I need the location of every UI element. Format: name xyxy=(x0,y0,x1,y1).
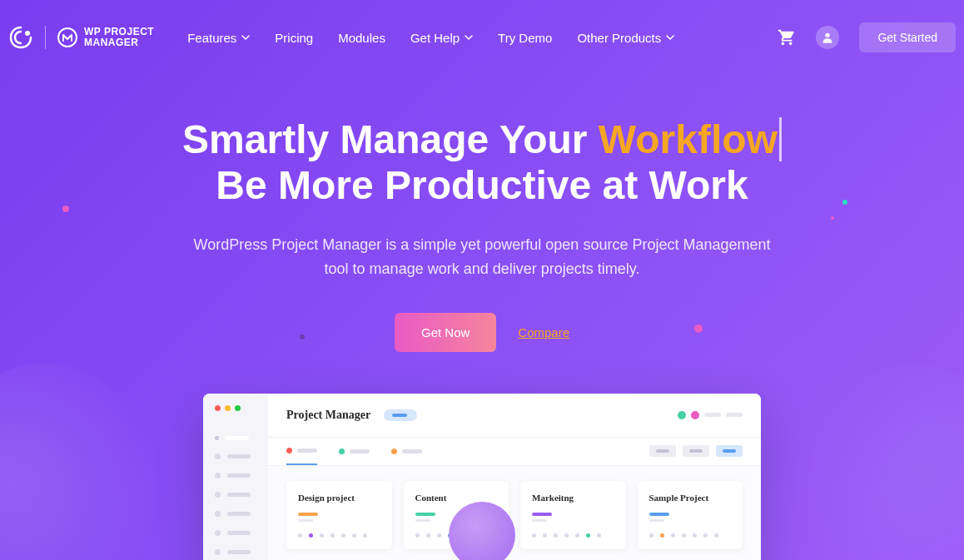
nav-pricing[interactable]: Pricing xyxy=(275,31,313,45)
svg-point-2 xyxy=(826,33,830,37)
mockup-avatar-icon xyxy=(678,411,686,419)
decorative-dot xyxy=(300,335,305,339)
logo-divider xyxy=(45,26,46,49)
nav-features[interactable]: Features xyxy=(187,31,250,45)
mockup-header: Project Manager xyxy=(268,394,761,438)
decorative-leaf-left xyxy=(0,331,206,560)
nav-other-products[interactable]: Other Products xyxy=(577,31,674,45)
mockup-avatar-icon xyxy=(691,411,699,419)
decorative-dot xyxy=(62,206,69,212)
mockup-button xyxy=(716,445,743,457)
logo-text-group: WP PROJECT MANAGER xyxy=(57,27,154,48)
mockup-tab xyxy=(391,438,422,465)
get-now-button[interactable]: Get Now xyxy=(395,313,496,352)
logo-m-icon xyxy=(57,27,77,47)
mockup-card: Sample Project xyxy=(638,481,743,549)
window-minimize-icon xyxy=(225,405,231,411)
mockup-main: Project Manager D xyxy=(268,394,761,560)
window-controls xyxy=(203,405,268,411)
header-actions: Get Started xyxy=(778,22,956,52)
decorative-dot xyxy=(694,325,703,333)
hero-section: Smartly Manage Your Workflow Be More Pro… xyxy=(0,75,964,352)
mockup-card: Markeitng xyxy=(520,481,626,549)
chevron-down-icon xyxy=(666,33,674,42)
compare-link[interactable]: Compare xyxy=(518,325,569,339)
hero-buttons: Get Now Compare xyxy=(17,313,947,352)
sidebar-item xyxy=(203,429,268,447)
svg-point-0 xyxy=(25,31,30,36)
chevron-down-icon xyxy=(465,33,473,42)
mockup-tab xyxy=(339,438,370,465)
get-started-button[interactable]: Get Started xyxy=(859,22,956,52)
app-mockup: Project Manager D xyxy=(203,394,761,560)
svg-point-1 xyxy=(58,28,77,47)
main-nav: Features Pricing Modules Get Help Try De… xyxy=(187,31,778,45)
sidebar-item xyxy=(203,466,268,485)
decorative-dot xyxy=(842,200,847,205)
mockup-card: Design project xyxy=(286,481,392,549)
mockup-tab xyxy=(286,438,317,465)
mockup-placeholder xyxy=(704,413,721,417)
mockup-card: Content xyxy=(404,481,509,549)
decorative-leaf-right xyxy=(754,330,964,560)
nav-modules[interactable]: Modules xyxy=(338,31,385,45)
nav-get-help[interactable]: Get Help xyxy=(410,31,473,45)
mockup-tabs xyxy=(268,438,761,466)
site-header: WP PROJECT MANAGER Features Pricing Modu… xyxy=(0,0,964,75)
hero-title: Smartly Manage Your Workflow Be More Pro… xyxy=(17,116,947,208)
mockup-cards: Design project Content Markeitng Sample … xyxy=(268,466,761,560)
mockup-title: Project Manager xyxy=(286,409,370,422)
window-maximize-icon xyxy=(235,405,241,411)
mockup-button xyxy=(649,445,676,457)
cart-icon[interactable] xyxy=(778,28,796,47)
mockup-sidebar xyxy=(203,394,268,560)
mockup-badge xyxy=(384,409,417,421)
mockup-placeholder xyxy=(726,413,743,417)
logo-text: WP PROJECT MANAGER xyxy=(84,27,154,48)
nav-try-demo[interactable]: Try Demo xyxy=(498,31,552,45)
sidebar-item xyxy=(203,543,268,560)
user-avatar[interactable] xyxy=(816,26,839,49)
sidebar-item xyxy=(203,485,268,504)
logo[interactable]: WP PROJECT MANAGER xyxy=(8,25,154,50)
hero-subtitle: WordPress Project Manager is a simple ye… xyxy=(191,233,773,281)
chevron-down-icon xyxy=(241,33,250,42)
sidebar-item xyxy=(203,523,268,543)
logo-swirl-icon xyxy=(8,25,33,50)
sidebar-item xyxy=(203,504,268,523)
decorative-dot xyxy=(831,216,834,220)
sidebar-item xyxy=(203,447,268,466)
window-close-icon xyxy=(215,405,221,411)
mockup-button xyxy=(683,445,709,457)
